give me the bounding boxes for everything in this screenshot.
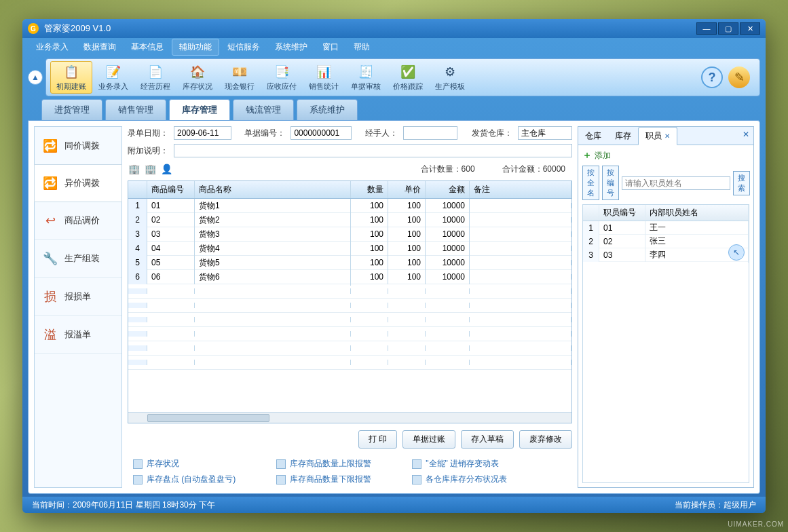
building2-icon[interactable]: 🏢: [144, 163, 156, 175]
note-input[interactable]: [174, 144, 572, 157]
toolbar-btn-8[interactable]: ✅价格跟踪: [387, 61, 429, 94]
sidebar-item-5[interactable]: 溢报溢单: [35, 316, 121, 354]
sidebar-item-4[interactable]: 损报损单: [35, 278, 121, 316]
menu-item-6[interactable]: 窗口: [316, 39, 345, 55]
menu-item-0[interactable]: 业务录入: [29, 39, 75, 55]
by-name-button[interactable]: 按全名: [582, 166, 599, 200]
tab-0[interactable]: 进货管理: [41, 99, 102, 120]
by-code-button[interactable]: 按编号: [602, 166, 619, 200]
panel: 🔁同价调拨🔁异价调拨↩商品调价🔧生产组装损报损单溢报溢单 录单日期： 单据编号：…: [28, 120, 760, 494]
sidebar-item-2[interactable]: ↩商品调价: [35, 202, 121, 240]
gold-icon[interactable]: ✎: [728, 66, 750, 88]
toolbar-btn-0[interactable]: 📋初期建账: [50, 61, 92, 94]
link-item[interactable]: 库存商品数量下限报警: [276, 474, 371, 485]
tab-4[interactable]: 系统维护: [297, 99, 358, 120]
right-panel-body: ＋ 添加 按全名 按编号 搜索 职员编号 内部职员姓名: [578, 145, 753, 487]
status-time: 当前时间：2009年06月11日 星期四 18时30分 下午: [32, 499, 215, 511]
main-tabs: 进货管理销售管理库存管理钱流管理系统维护: [28, 99, 760, 120]
building1-icon[interactable]: 🏢: [128, 163, 140, 175]
tab-2[interactable]: 库存管理: [169, 99, 230, 120]
toolbar-icon-4: 💴: [231, 64, 248, 80]
right-tab-0[interactable]: 仓库: [578, 127, 608, 145]
link-item[interactable]: 各仓库库存分布状况表: [412, 474, 507, 485]
link-item[interactable]: "全能" 进销存变动表: [412, 458, 507, 470]
staff-grid-body[interactable]: 101王一202张三303李四: [583, 221, 749, 482]
table-row[interactable]: [128, 299, 571, 313]
right-tab-2[interactable]: 职员✕: [638, 127, 677, 145]
staff-row[interactable]: 202张三: [583, 235, 749, 248]
collapse-toolbar-icon[interactable]: ▲: [28, 70, 43, 85]
table-row[interactable]: [128, 327, 571, 341]
toolbar-btn-9[interactable]: ⚙生产模板: [429, 61, 471, 94]
total-qty: 合计数量：600: [421, 164, 475, 175]
sidebar-icon-0: 🔁: [43, 138, 58, 153]
sidebar-item-0[interactable]: 🔁同价调拨: [35, 127, 121, 165]
scrollbar-thumb[interactable]: [147, 414, 269, 422]
toolbar-btn-2[interactable]: 📄经营历程: [134, 61, 176, 94]
table-row[interactable]: 606货物610010010000: [128, 270, 571, 284]
grid-header-note[interactable]: 备注: [470, 181, 571, 198]
table-row[interactable]: [128, 313, 571, 327]
grid-header-qty[interactable]: 数量: [351, 181, 388, 198]
grid-hscrollbar[interactable]: [128, 412, 571, 423]
help-icon[interactable]: ?: [701, 66, 723, 88]
menu-item-7[interactable]: 帮助: [347, 39, 377, 55]
warehouse-label: 发货仓库：: [472, 128, 512, 139]
toolbar-btn-4[interactable]: 💴现金银行: [219, 61, 261, 94]
right-tab-1[interactable]: 库存: [608, 127, 638, 145]
menu-item-3[interactable]: 辅助功能: [172, 39, 219, 56]
totals: 合计数量：600 合计金额：60000: [421, 164, 572, 175]
link-item[interactable]: 库存盘点 (自动盘盈盘亏): [133, 474, 236, 485]
table-row[interactable]: [128, 284, 571, 299]
staff-row[interactable]: 303李四: [583, 248, 749, 262]
grid-header-name[interactable]: 商品名称: [195, 181, 351, 198]
grid-header-code[interactable]: 商品编号: [147, 181, 195, 198]
links-col-0: 库存状况库存盘点 (自动盘盈盘亏): [133, 458, 236, 485]
toolbar-btn-6[interactable]: 📊销售统计: [303, 61, 345, 94]
post-button[interactable]: 单据过账: [402, 430, 455, 449]
menu-item-5[interactable]: 系统维护: [268, 39, 314, 55]
staff-header-name[interactable]: 内部职员姓名: [645, 205, 749, 221]
grid-header-price[interactable]: 单价: [388, 181, 426, 198]
link-item[interactable]: 库存状况: [133, 458, 236, 470]
search-button[interactable]: 搜索: [733, 171, 750, 195]
sidebar-item-1[interactable]: 🔁异价调拨: [34, 164, 122, 202]
table-row[interactable]: [128, 341, 571, 356]
toolbar-btn-1[interactable]: 📝业务录入: [92, 61, 134, 94]
warehouse-input[interactable]: [518, 126, 572, 140]
draft-button[interactable]: 存入草稿: [461, 430, 514, 449]
person-icon[interactable]: 👤: [160, 163, 172, 175]
link-item[interactable]: 库存商品数量上限报警: [276, 458, 371, 470]
handler-input[interactable]: [403, 126, 457, 140]
menu-item-1[interactable]: 数据查询: [77, 39, 123, 55]
grid-body[interactable]: 101货物110010010000202货物210010010000303货物3…: [128, 199, 571, 412]
grid-header-amt[interactable]: 金额: [426, 181, 470, 198]
search-input[interactable]: [622, 176, 730, 190]
close-button[interactable]: ✕: [740, 22, 760, 35]
toolbar-btn-7[interactable]: 🧾单据审核: [345, 61, 387, 94]
minimize-button[interactable]: —: [696, 22, 717, 35]
menu-item-4[interactable]: 短信服务: [221, 39, 267, 55]
scroll-up-icon[interactable]: ↖: [728, 244, 745, 261]
tab-3[interactable]: 钱流管理: [233, 99, 294, 120]
table-row[interactable]: [128, 356, 571, 370]
panel-close-icon[interactable]: ✕: [741, 130, 751, 139]
link-icon: [276, 459, 286, 469]
date-input[interactable]: [174, 126, 231, 140]
toolbar-btn-3[interactable]: 🏠库存状况: [176, 61, 219, 94]
add-link[interactable]: ＋ 添加: [582, 149, 749, 162]
staff-header-code[interactable]: 职员编号: [599, 205, 645, 221]
menu-item-2[interactable]: 基本信息: [124, 39, 170, 55]
billno-input[interactable]: [290, 126, 352, 140]
sidebar-item-3[interactable]: 🔧生产组装: [35, 240, 121, 278]
sidebar-icon-5: 溢: [43, 327, 58, 342]
tab-close-icon[interactable]: ✕: [664, 132, 670, 140]
tab-1[interactable]: 销售管理: [105, 99, 166, 120]
statusbar: 当前时间：2009年06月11日 星期四 18时30分 下午 当前操作员：超级用…: [22, 497, 766, 513]
discard-button[interactable]: 废弃修改: [519, 430, 572, 449]
staff-row[interactable]: 101王一: [583, 221, 749, 235]
toolbar-btn-5[interactable]: 📑应收应付: [261, 61, 303, 94]
maximize-button[interactable]: ▢: [718, 22, 738, 35]
print-button[interactable]: 打 印: [358, 430, 397, 449]
staff-grid: 职员编号 内部职员姓名 101王一202张三303李四 ↖: [582, 204, 749, 483]
